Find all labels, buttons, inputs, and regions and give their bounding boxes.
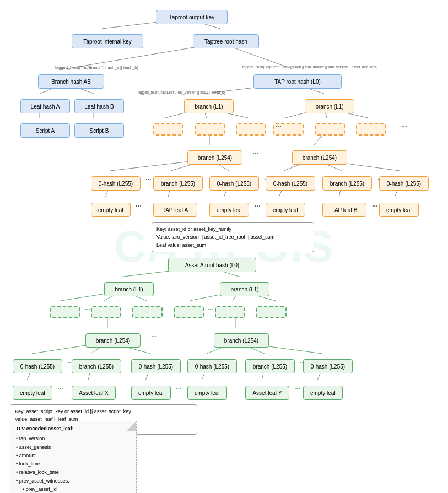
tlv-item-7: • prev_asset_id [16,485,131,493]
l1-child-3 [236,123,266,136]
legend-key-2: Key: asset_script_key or asset_id || ass… [15,408,192,415]
taptree-root-hash: Taptree root hash [193,34,259,48]
tap-leaf-a: TAP leaf A [153,203,197,217]
g-hash0-l255-2: 0-hash (L255) [131,359,181,373]
hash0-l255-3: 0-hash (L255) [266,176,315,191]
dots-gleaf-2: ··· [176,384,182,393]
g-empty-leaf-1: empty leaf [13,386,52,400]
branch-l1-left: branch (L1) [184,99,234,113]
dots-gleaf-1: ··· [57,384,63,393]
taproot-output-key: Taproot output key [156,10,228,24]
green-child-4 [174,306,204,318]
g-hash0-l255-1: 0-hash (L255) [13,359,62,373]
legend-leaf-1: Leaf value: asset_sum [156,241,309,249]
branch-l255-2: branch (L255) [322,176,372,191]
branch-hash-ab: Branch hash AB [38,74,104,89]
empty-leaf-1: empty leaf [91,203,131,217]
g-hash0-l255-3: 0-hash (L255) [187,359,237,373]
hash0-l255-1: 0-hash (L255) [91,176,141,191]
legend-tap-tree: Key: asset_id or asset_key_family Value:… [152,222,314,252]
dots-green-1: ··· [85,305,91,313]
dots-l1-1: ··· [276,122,282,131]
tlv-item-4: • lock_time [16,460,131,468]
tlv-title: TLV-encoded asset_leaf: [16,425,131,433]
dots-gleaf-3: ··· [294,384,300,393]
leaf-hash-b: Leaf hash B [74,99,124,113]
dots-leaf-1: ··· [136,202,142,210]
dots-gl254: ··· [151,332,157,340]
branch-l254-left: branch (L254) [187,150,242,165]
legend-key-1: Key: asset_id or asset_key_family [156,225,309,233]
g-asset-leaf-y: Asset leaf Y [245,386,289,400]
tap-root-hash-l0: TAP root hash (L0) [253,74,342,89]
tlv-item-6: • prev_asset_witnesses: [16,477,131,485]
l1-child-6 [356,123,386,136]
l1-child-2 [195,123,225,136]
tlv-item-2: • asset_genesis [16,443,131,452]
formula-3: tagged_hash("TapLeaf", leaf_version || c… [138,90,225,94]
diagram-container: CA REGIS [0,0,448,493]
formula-2: tagged_hash("TapLeaf", leaf_version || t… [242,65,377,69]
dots-l254: ··· [252,149,258,158]
formula-1: tagged_hash("TapBranch", hash_a || hash_… [55,65,138,70]
g-empty-leaf-2: empty leaf [131,386,171,400]
green-child-1 [50,306,80,318]
green-child-6 [256,306,287,318]
tap-leaf-b: TAP leaf B [322,203,366,217]
dots-leaf-3: ··· [372,202,378,210]
branch-l1-green-left: branch (L1) [104,282,154,296]
green-child-5 [215,306,245,318]
g-branch-l255-2: branch (L255) [245,359,295,373]
l1-child-1 [153,123,183,136]
green-child-2 [91,306,121,318]
dots-l1-2: ··· [401,122,407,131]
g-empty-leaf-4: empty leaf [303,386,343,400]
l1-child-5 [315,123,345,136]
leaf-hash-a: Leaf hash A [20,99,70,113]
script-a: Script A [20,123,70,138]
g-asset-leaf-x: Asset leaf X [72,386,116,400]
dots-green-2: ··· [208,305,214,313]
hash0-l255-4: 0-hash (L255) [379,176,429,191]
tlv-item-1: • tap_version [16,435,131,443]
g-branch-l255-1: branch (L255) [72,359,121,373]
dots-l255-1: ··· [145,175,152,183]
empty-leaf-2: empty leaf [209,203,249,217]
legend-value-1: Value: taro_version || asset_id_tree_roo… [156,233,309,241]
branch-l254-green-right: branch (L254) [214,333,269,348]
hash0-l255-2: 0-hash (L255) [209,176,259,191]
green-child-3 [132,306,163,318]
branch-l1-green-right: branch (L1) [220,282,269,296]
branch-l254-right: branch (L254) [292,150,347,165]
branch-l254-green-left: branch (L254) [85,333,141,348]
dots-leaf-2: ··· [255,202,261,210]
tlv-item-3: • amount [16,452,131,460]
g-hash0-l255-4: 0-hash (L255) [303,359,353,373]
branch-l255-1: branch (L255) [153,176,203,191]
empty-leaf-3: empty leaf [266,203,305,217]
branch-l1-right: branch (L1) [305,99,354,113]
script-b: Script B [74,123,124,138]
taproot-internal-key: Taproot internal key [72,34,143,48]
tlv-box: TLV-encoded asset_leaf: • tap_version • … [10,421,137,493]
tlv-item-5: • relative_lock_time [16,468,131,476]
empty-leaf-4: empty leaf [379,203,419,217]
asset-a-root: Asset A root hash (L0) [168,258,256,272]
g-empty-leaf-3: empty leaf [187,386,227,400]
